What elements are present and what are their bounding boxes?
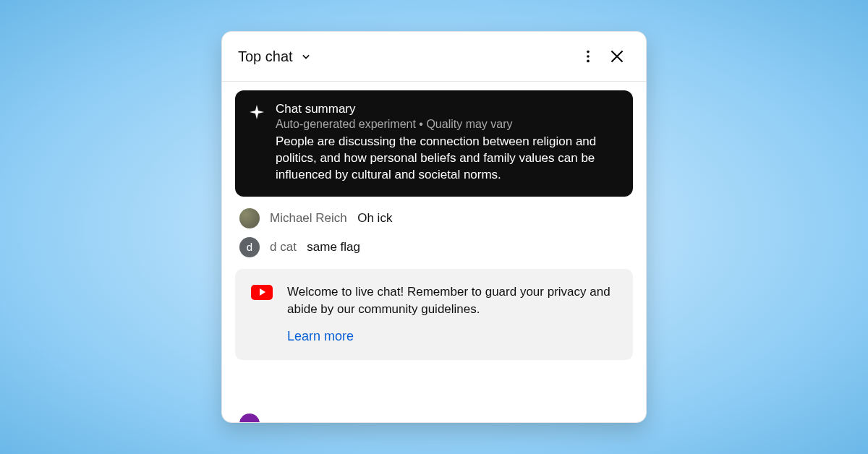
youtube-icon: [251, 283, 273, 345]
summary-title: Chat summary: [276, 102, 618, 116]
avatar[interactable]: [239, 208, 260, 228]
avatar[interactable]: [239, 414, 260, 422]
welcome-banner: Welcome to live chat! Remember to guard …: [235, 269, 633, 361]
sparkle-icon: [248, 102, 265, 184]
svg-point-2: [587, 60, 590, 63]
svg-point-0: [587, 51, 590, 53]
summary-body: People are discussing the connection bet…: [276, 134, 618, 184]
message-text: Oh ick: [357, 211, 392, 225]
message-author[interactable]: d cat: [270, 240, 297, 254]
message-author[interactable]: Michael Reich: [270, 211, 347, 225]
close-chat-button[interactable]: [603, 42, 631, 71]
kebab-menu-icon: [580, 48, 596, 64]
chat-message: Michael Reich Oh ick: [235, 204, 633, 233]
chat-summary-card: Chat summary Auto-generated experiment •…: [235, 90, 633, 197]
chat-mode-selector[interactable]: Top chat: [238, 48, 313, 65]
close-icon: [608, 47, 626, 66]
chat-header: Top chat: [222, 32, 646, 82]
avatar-initial: d: [247, 241, 252, 253]
message-text: same flag: [307, 240, 360, 254]
chat-messages: Michael Reich Oh ick d d cat same flag: [235, 197, 633, 262]
summary-subtitle: Auto-generated experiment • Quality may …: [276, 118, 618, 131]
chevron-down-icon: [299, 49, 313, 64]
svg-point-1: [587, 55, 590, 58]
avatar[interactable]: d: [239, 237, 260, 257]
live-chat-panel: Top chat Chat summary: [221, 31, 647, 423]
chat-message: d d cat same flag: [235, 233, 633, 262]
learn-more-link[interactable]: Learn more: [287, 329, 617, 344]
chat-mode-label: Top chat: [238, 48, 293, 65]
welcome-text: Welcome to live chat! Remember to guard …: [287, 283, 617, 318]
chat-body: Chat summary Auto-generated experiment •…: [222, 82, 646, 422]
more-options-button[interactable]: [574, 42, 603, 71]
